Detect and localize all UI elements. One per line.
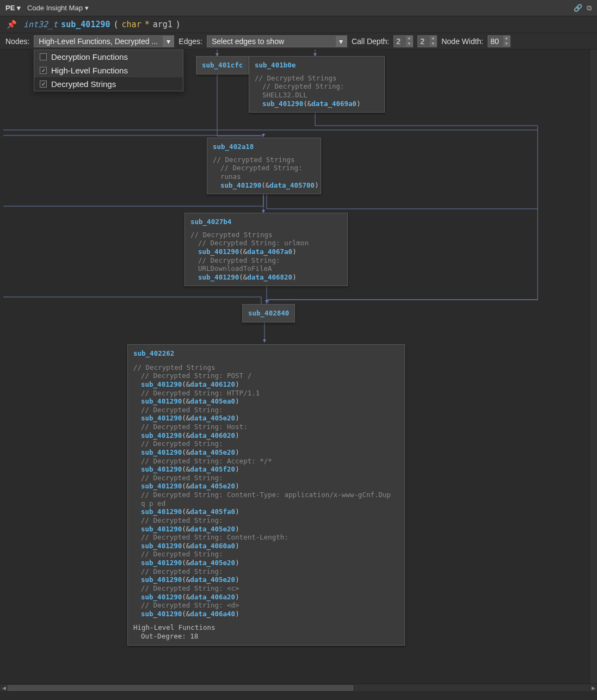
chevron-down-icon: ▾ [17, 4, 21, 12]
pe-menu[interactable]: PE ▾ [5, 4, 21, 12]
code-comment: // Decrypted String: Accept: */* [141, 457, 399, 466]
code-call: sub_401290(&data_405e20) [141, 575, 399, 584]
dropdown-item-decryption[interactable]: Decryption Functions [34, 50, 183, 64]
tab-menu[interactable]: Code Insight Map ▾ [27, 4, 89, 12]
scroll-right-icon[interactable]: ▶ [589, 684, 597, 692]
function-signature: 📌 int32_t sub_401290(char* arg1) [0, 16, 597, 33]
code-comment: // Decrypted String: Content-Type: appli… [141, 491, 399, 507]
code-comment: // Decrypted String: Host: [141, 423, 399, 431]
code-comment: // Decrypted String: [141, 439, 399, 448]
node-sub-402262[interactable]: sub_402262 // Decrypted Strings // Decry… [127, 344, 405, 646]
scroll-thumb[interactable] [8, 685, 353, 691]
calldepth-right-input[interactable]: 2▴▾ [417, 35, 437, 47]
code-call: sub_401290(&data_4060a0) [141, 542, 399, 550]
code-call: sub_401290(&data_405e20) [141, 414, 399, 423]
code-call: sub_401290(&data_405e20) [141, 559, 399, 567]
window-icon[interactable]: ⧉ [587, 4, 592, 13]
edges-select[interactable]: Select edges to show ▾ [207, 35, 347, 47]
return-type: int32_t [23, 20, 58, 29]
code-comment: // Decrypted String: POST / [141, 371, 399, 380]
code-call: sub_401290(&data_405f20) [141, 465, 399, 474]
code-comment: // Decrypted String: Content-Length: [141, 533, 399, 542]
node-sub-402a18[interactable]: sub_402a18 // Decrypted Strings // Decry… [207, 138, 321, 194]
code-call: sub_401290(&data_405e20) [141, 525, 399, 534]
node-sub-402840[interactable]: sub_402840 [242, 304, 295, 323]
checkbox-icon[interactable]: ✓ [40, 80, 47, 88]
code-call: sub_401290(&data_406120) [141, 380, 399, 389]
chevron-down-icon: ▾ [85, 4, 89, 12]
node-sub-4027b4[interactable]: sub_4027b4 // Decrypted Strings // Decry… [184, 213, 348, 286]
titlebar: PE ▾ Code Insight Map ▾ 🔗 ⧉ [0, 0, 597, 16]
code-comment: // Decrypted String: <c> [141, 584, 399, 593]
code-call: sub_401290(&data_405e20) [141, 448, 399, 457]
calldepth-left-input[interactable]: 2▴▾ [393, 35, 413, 47]
code-call: sub_401290(&data_406a40) [141, 610, 399, 618]
node-sub-401cfc[interactable]: sub_401cfc [196, 56, 249, 75]
code-comment: // Decrypted String: [141, 550, 399, 559]
checkbox-icon[interactable] [40, 53, 47, 60]
code-call: sub_401290(&data_405e20) [141, 482, 399, 491]
code-comment: // Decrypted String: <d> [141, 601, 399, 610]
edges-label: Edges: [179, 37, 202, 46]
param-type: char [122, 20, 141, 29]
code-call: sub_401290(&data_405ea0) [141, 397, 399, 406]
toolbar: Nodes: High-Level Functions, Decrypted .… [0, 33, 597, 49]
pin-icon[interactable]: 📌 [7, 20, 17, 29]
scrollbar-horizontal[interactable]: ◀ ▶ [0, 684, 597, 691]
chevron-down-icon: ▾ [163, 36, 174, 47]
checkbox-icon[interactable]: ✓ [40, 67, 47, 74]
chevron-down-icon: ▾ [336, 36, 347, 47]
nodes-dropdown[interactable]: Decryption Functions ✓ High-Level Functi… [34, 49, 183, 91]
code-comment: // Decrypted String: [141, 516, 399, 525]
code-comment: // Decrypted String: [141, 567, 399, 576]
nodes-label: Nodes: [5, 37, 29, 46]
nodewidth-input[interactable]: 80▴▾ [488, 35, 510, 47]
nodewidth-label: Node Width: [441, 37, 483, 46]
code-call: sub_401290(&data_405fa0) [141, 507, 399, 516]
graph-canvas[interactable]: Decryption Functions ✓ High-Level Functi… [0, 49, 597, 691]
scrollbar-vertical[interactable] [589, 49, 597, 684]
code-call: sub_401290(&data_406a20) [141, 593, 399, 602]
code-call: sub_401290(&data_406020) [141, 431, 399, 440]
code-comment: // Decrypted String: [141, 406, 399, 414]
link-icon[interactable]: 🔗 [574, 4, 582, 13]
node-sub-401b0e[interactable]: sub_401b0e // Decrypted Strings // Decry… [249, 56, 385, 113]
param-name: arg1 [153, 20, 173, 29]
scroll-left-icon[interactable]: ◀ [0, 684, 8, 692]
code-comment: // Decrypted String: [141, 474, 399, 482]
dropdown-item-highlevel[interactable]: ✓ High-Level Functions [34, 64, 183, 77]
nodes-select[interactable]: High-Level Functions, Decrypted ... ▾ [34, 35, 174, 47]
dropdown-item-decrypted[interactable]: ✓ Decrypted Strings [34, 77, 183, 91]
calldepth-label: Call Depth: [352, 37, 389, 46]
function-name: sub_401290 [61, 20, 110, 29]
code-comment: // Decrypted String: HTTP/1.1 [141, 389, 399, 398]
